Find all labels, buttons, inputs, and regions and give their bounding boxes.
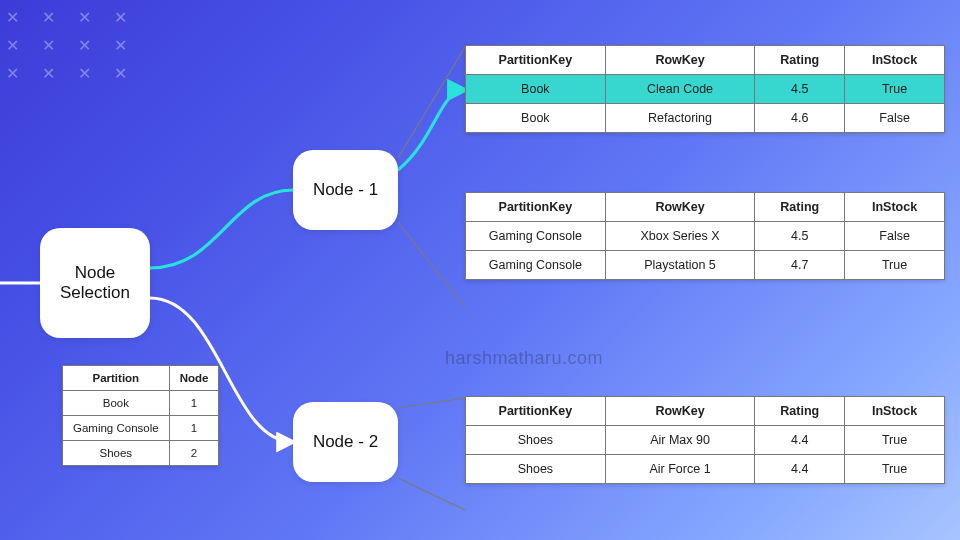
table-row: Shoes Air Max 90 4.4 True: [466, 426, 945, 455]
node-2-label: Node - 2: [313, 432, 378, 452]
table-row: Shoes Air Force 1 4.4 True: [466, 455, 945, 484]
watermark-text: harshmatharu.com: [445, 348, 603, 369]
data-table-2: PartitionKey RowKey Rating InStock Gamin…: [465, 192, 945, 280]
table-row-highlighted: Book Clean Code 4.5 True: [466, 75, 945, 104]
node-selection-card: Node Selection: [40, 228, 150, 338]
table-row: Gaming Console Playstation 5 4.7 True: [466, 251, 945, 280]
decorative-x-grid: ✕✕✕✕ ✕✕✕✕ ✕✕✕✕: [6, 8, 150, 92]
data-table-1: PartitionKey RowKey Rating InStock Book …: [465, 45, 945, 133]
col-node: Node: [169, 366, 219, 391]
node-1-card: Node - 1: [293, 150, 398, 230]
table-header-row: PartitionKey RowKey Rating InStock: [466, 193, 945, 222]
table-header-row: Partition Node: [63, 366, 219, 391]
data-table-3: PartitionKey RowKey Rating InStock Shoes…: [465, 396, 945, 484]
node-selection-label: Node Selection: [52, 263, 138, 303]
node-2-card: Node - 2: [293, 402, 398, 482]
table-header-row: PartitionKey RowKey Rating InStock: [466, 397, 945, 426]
partition-map-table: Partition Node Book1 Gaming Console1 Sho…: [62, 365, 219, 466]
table-row: Gaming Console Xbox Series X 4.5 False: [466, 222, 945, 251]
col-partition: Partition: [63, 366, 170, 391]
table-row: Shoes2: [63, 441, 219, 466]
table-header-row: PartitionKey RowKey Rating InStock: [466, 46, 945, 75]
table-row: Book Refactoring 4.6 False: [466, 104, 945, 133]
table-row: Gaming Console1: [63, 416, 219, 441]
node-1-label: Node - 1: [313, 180, 378, 200]
table-row: Book1: [63, 391, 219, 416]
